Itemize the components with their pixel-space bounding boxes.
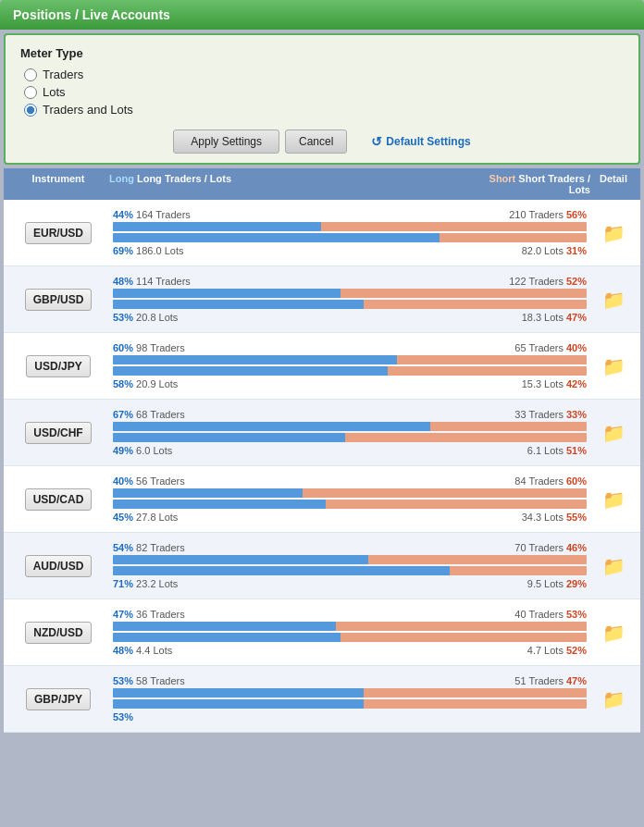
short-traders: 51 Traders	[514, 675, 566, 686]
long-traders: 68 Traders	[133, 409, 185, 420]
folder-icon[interactable]: 📁	[602, 422, 625, 444]
data-cell: 53% 58 Traders 51 Traders 47% 53%	[109, 675, 590, 722]
short-lots: 82.0 Lots	[522, 245, 566, 256]
folder-icon[interactable]: 📁	[602, 289, 625, 311]
long-bar	[113, 222, 321, 231]
short-lots-bar	[450, 566, 587, 575]
short-traders: 40 Traders	[514, 609, 566, 620]
radio-lots-label: Lots	[43, 85, 66, 99]
long-lots: 27.8 Lots	[133, 512, 178, 523]
long-bar	[113, 422, 430, 431]
long-traders: 98 Traders	[133, 342, 185, 353]
detail-cell[interactable]: 📁	[590, 422, 637, 444]
radio-traders-input[interactable]	[24, 68, 37, 81]
cancel-button[interactable]: Cancel	[285, 130, 347, 154]
long-pct: 48%	[113, 276, 133, 287]
long-bar	[113, 622, 336, 631]
long-pct: 53%	[113, 675, 133, 686]
short-bar	[341, 289, 587, 298]
short-lots-bar	[440, 233, 587, 242]
long-lots-bar	[113, 366, 388, 376]
folder-icon[interactable]: 📁	[602, 555, 625, 577]
folder-icon[interactable]: 📁	[602, 688, 625, 710]
short-bar	[364, 688, 587, 697]
long-lots-bar	[113, 500, 326, 509]
long-lots-pct: 49%	[113, 445, 133, 456]
short-pct: 56%	[566, 209, 587, 220]
short-traders: 84 Traders	[514, 475, 566, 487]
short-pct: 40%	[566, 342, 587, 353]
instrument-badge: EUR/USD	[25, 222, 92, 244]
default-settings-link[interactable]: ↺ Default Settings	[371, 134, 470, 149]
folder-icon[interactable]: 📁	[602, 222, 625, 244]
short-bar	[303, 488, 587, 498]
short-bar	[336, 622, 587, 631]
short-traders: 33 Traders	[514, 409, 566, 420]
short-lots-pct: 52%	[566, 645, 587, 656]
table-row: USD/CHF 67% 68 Traders 33 Traders 33%	[4, 400, 640, 466]
data-cell: 48% 114 Traders 122 Traders 52% 53% 20.8	[109, 276, 590, 323]
short-pct: 52%	[566, 276, 587, 287]
short-lots: 18.3 Lots	[522, 312, 566, 323]
traders-row: 44% 164 Traders 210 Traders 56%	[113, 209, 587, 220]
folder-icon[interactable]: 📁	[602, 355, 625, 377]
long-lots-pct: 69%	[113, 245, 133, 256]
lots-row: 53% 20.8 Lots 18.3 Lots 47%	[113, 312, 587, 323]
short-traders: 210 Traders	[509, 209, 566, 220]
long-lots-pct: 48%	[113, 645, 133, 656]
header-title: Positions / Live Accounts	[13, 7, 170, 22]
radio-traders-and-lots[interactable]: Traders and Lots	[24, 103, 624, 117]
long-pct: 67%	[113, 409, 133, 420]
long-lots-bar	[113, 633, 341, 642]
radio-lots[interactable]: Lots	[24, 85, 624, 99]
lots-row: 53%	[113, 711, 587, 722]
long-lots: 23.2 Lots	[133, 578, 178, 589]
long-bar	[113, 289, 341, 298]
short-lots-bar	[326, 500, 587, 509]
radio-traders-and-lots-input[interactable]	[24, 104, 37, 117]
short-pct: 53%	[566, 609, 587, 620]
apply-settings-button[interactable]: Apply Settings	[173, 130, 279, 154]
long-lots: 6.0 Lots	[133, 445, 172, 456]
long-pct: 44%	[113, 209, 133, 220]
header-tab: Positions / Live Accounts	[0, 0, 644, 30]
traders-bar	[113, 555, 587, 564]
radio-traders[interactable]: Traders	[24, 68, 624, 81]
lots-bar	[113, 699, 587, 709]
lots-bar	[113, 500, 587, 509]
long-traders: 56 Traders	[133, 475, 185, 487]
instrument-cell: USD/CHF	[7, 422, 109, 444]
detail-cell[interactable]: 📁	[590, 355, 637, 377]
detail-cell[interactable]: 📁	[590, 488, 637, 511]
data-cell: 40% 56 Traders 84 Traders 60% 45% 27.8 L	[109, 475, 590, 523]
detail-cell[interactable]: 📁	[590, 622, 637, 644]
detail-cell[interactable]: 📁	[590, 289, 637, 311]
long-lots-pct: 58%	[113, 378, 133, 389]
traders-bar	[113, 622, 587, 631]
instrument-badge: NZD/USD	[25, 622, 91, 644]
long-lots-bar	[113, 433, 345, 442]
bars-container	[113, 222, 587, 242]
bars-container	[113, 555, 587, 575]
detail-cell[interactable]: 📁	[590, 688, 637, 710]
radio-lots-input[interactable]	[24, 86, 37, 99]
table-row: USD/CAD 40% 56 Traders 84 Traders 60%	[4, 466, 640, 533]
short-pct: 33%	[566, 409, 587, 420]
instrument-rows: EUR/USD 44% 164 Traders 210 Traders 56%	[4, 200, 640, 733]
data-cell: 67% 68 Traders 33 Traders 33% 49% 6.0 Lo	[109, 409, 590, 456]
long-pct: 54%	[113, 542, 133, 553]
bars-container	[113, 422, 587, 442]
traders-row: 47% 36 Traders 40 Traders 53%	[113, 609, 587, 620]
detail-cell[interactable]: 📁	[590, 555, 637, 577]
long-pct: 60%	[113, 342, 133, 353]
long-bar	[113, 488, 303, 498]
traders-bar	[113, 488, 587, 498]
th-short-label: Short Traders / Lots	[518, 173, 590, 195]
detail-cell[interactable]: 📁	[590, 222, 637, 244]
traders-bar	[113, 422, 587, 431]
instrument-badge: GBP/USD	[25, 289, 93, 311]
short-bar	[368, 555, 587, 564]
folder-icon[interactable]: 📁	[602, 622, 625, 644]
long-traders: 58 Traders	[133, 675, 185, 686]
folder-icon[interactable]: 📁	[602, 488, 625, 511]
